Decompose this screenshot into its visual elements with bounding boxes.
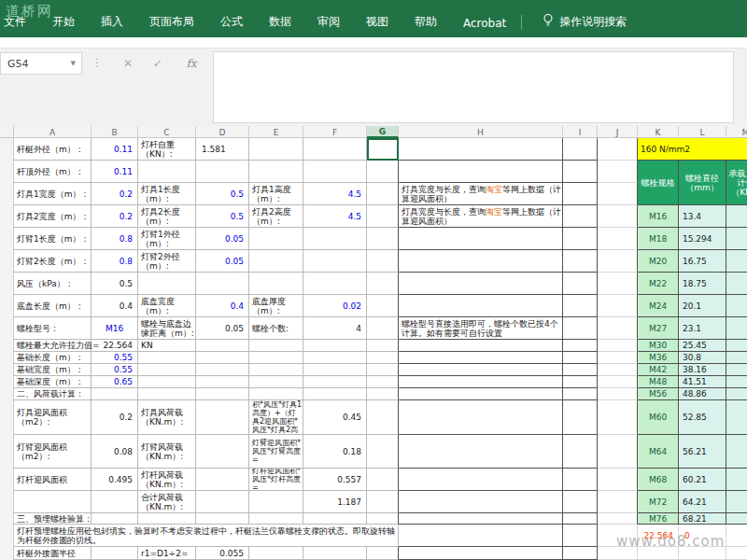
- cell-J13[interactable]: [598, 376, 638, 388]
- cell-I6[interactable]: [563, 250, 598, 273]
- cell-D7[interactable]: [196, 273, 249, 295]
- cell-D21[interactable]: 0.055: [196, 547, 249, 560]
- cell-K10[interactable]: M30: [638, 340, 679, 352]
- cell-K13[interactable]: M48: [638, 376, 679, 388]
- cell-E16[interactable]: 灯臂迎风面积*风压*灯臂高度=: [249, 435, 303, 469]
- cell-D4[interactable]: 0.5: [196, 205, 249, 228]
- cell-G5[interactable]: [367, 228, 399, 250]
- cell-I11[interactable]: [563, 352, 598, 364]
- cell-L16[interactable]: 56.21: [679, 435, 726, 469]
- cell-M18[interactable]: [726, 491, 747, 513]
- column-header-M[interactable]: M: [726, 126, 747, 138]
- cell-E4[interactable]: 灯具2高度（m）:: [249, 205, 303, 228]
- cell-K8[interactable]: M24: [638, 295, 679, 317]
- cell-H15[interactable]: [399, 400, 563, 435]
- cell-M4[interactable]: [726, 205, 747, 228]
- cell-M21[interactable]: [726, 547, 747, 560]
- cell-C3[interactable]: 灯具1长度（m）:: [138, 183, 196, 205]
- column-header-H[interactable]: H: [399, 126, 563, 138]
- cell-F8[interactable]: 0.02: [303, 295, 367, 317]
- cell-F5[interactable]: [303, 228, 367, 250]
- cell-L11[interactable]: 30.8: [679, 352, 726, 364]
- cell-A19[interactable]: 三、预埋螺栓验算：: [14, 513, 92, 525]
- cell-H12[interactable]: [399, 364, 563, 376]
- cell-A5[interactable]: 灯臂1长度（m）：: [14, 228, 92, 250]
- cell-D5[interactable]: 0.05: [196, 228, 249, 250]
- cell-H6[interactable]: [399, 250, 563, 273]
- cell-G1[interactable]: [367, 138, 399, 161]
- cell-F15[interactable]: 0.45: [303, 400, 367, 435]
- cell-F4[interactable]: 4.5: [303, 205, 367, 228]
- cell-I17[interactable]: [563, 469, 598, 491]
- cell-A8[interactable]: 底盘长度（m）：: [14, 295, 92, 317]
- cell-K2[interactable]: 螺栓规格: [638, 161, 679, 205]
- cell-J21[interactable]: [598, 547, 638, 560]
- cell-M13[interactable]: [726, 376, 747, 388]
- ribbon-tab-5[interactable]: 数据: [256, 14, 304, 30]
- cell-G10[interactable]: [367, 340, 399, 352]
- cell-K18[interactable]: M72: [638, 491, 679, 513]
- formula-bar-input[interactable]: [213, 51, 734, 123]
- cell-E12[interactable]: [249, 364, 303, 376]
- cell-A7[interactable]: 风压（kPa）：: [14, 273, 92, 295]
- column-header-I[interactable]: I: [563, 126, 598, 138]
- cell-A13[interactable]: 基础深度（m）：: [14, 376, 92, 388]
- cell-B13[interactable]: 0.65: [92, 376, 138, 388]
- cell-B17[interactable]: 0.495: [92, 469, 138, 491]
- cell-H8[interactable]: [399, 295, 563, 317]
- cell-M11[interactable]: [726, 352, 747, 364]
- cell-J16[interactable]: [598, 435, 638, 469]
- cell-C15[interactable]: 灯具风荷载（KN.m）:: [138, 400, 196, 435]
- cell-L17[interactable]: 60.21: [679, 469, 726, 491]
- cell-F17[interactable]: 0.557: [303, 469, 367, 491]
- cell-G12[interactable]: [367, 364, 399, 376]
- cell-B7[interactable]: 0.5: [92, 273, 138, 295]
- cell-L4[interactable]: 13.4: [679, 205, 726, 228]
- cell-I7[interactable]: [563, 273, 598, 295]
- column-header-J[interactable]: J: [598, 126, 638, 138]
- cell-A21[interactable]: 杆梃外接圆半径: [14, 547, 92, 560]
- cell-D8[interactable]: 0.4: [196, 295, 249, 317]
- cell-C17[interactable]: 灯杆风荷载（KN.m）:: [138, 469, 196, 491]
- cell-K21[interactable]: [638, 547, 679, 560]
- cell-J5[interactable]: [598, 228, 638, 250]
- cell-A2[interactable]: 杆顶外径（m）：: [14, 161, 92, 183]
- cell-B5[interactable]: 0.8: [92, 228, 138, 250]
- ribbon-tab-0[interactable]: 文件: [0, 14, 39, 30]
- cell-A11[interactable]: 基础长度（m）：: [14, 352, 92, 364]
- cell-I2[interactable]: [563, 161, 598, 183]
- ribbon-tab-7[interactable]: 视图: [353, 14, 402, 30]
- cell-F10[interactable]: [303, 340, 367, 352]
- cell-E6[interactable]: [249, 250, 303, 273]
- cancel-icon[interactable]: ✕: [116, 52, 140, 75]
- cell-H11[interactable]: [399, 352, 563, 364]
- cell-I3[interactable]: [563, 183, 598, 205]
- cell-G7[interactable]: [367, 273, 399, 295]
- cell-C16[interactable]: 灯臂风荷载（KN.m）:: [138, 435, 196, 469]
- cell-H4[interactable]: 灯具宽度与长度，查询淘宝等网上数据（计算迎风面积）: [399, 205, 563, 228]
- cell-B18[interactable]: [92, 491, 138, 513]
- cell-M9[interactable]: [726, 317, 747, 340]
- cell-K9[interactable]: M27: [638, 317, 679, 340]
- cell-A9[interactable]: 螺栓型号：: [14, 317, 92, 340]
- cell-C7[interactable]: [138, 273, 196, 295]
- cell-E8[interactable]: 底盘厚度（m）:: [249, 295, 303, 317]
- cell-H20[interactable]: [399, 525, 563, 547]
- cell-B3[interactable]: 0.2: [92, 183, 138, 205]
- cell-E1[interactable]: [249, 138, 303, 161]
- cell-C14[interactable]: [138, 388, 196, 400]
- cell-K15[interactable]: M60: [638, 400, 679, 435]
- cell-E14[interactable]: [249, 388, 303, 400]
- cell-F2[interactable]: [303, 161, 367, 183]
- cell-E7[interactable]: [249, 273, 303, 295]
- cell-J17[interactable]: [598, 469, 638, 491]
- cell-F18[interactable]: 1.187: [303, 491, 367, 513]
- cell-M17[interactable]: [726, 469, 747, 491]
- cell-M2[interactable]: 承载力设计值（KN）: [726, 161, 747, 205]
- cell-J12[interactable]: [598, 364, 638, 376]
- column-header-D[interactable]: D: [196, 126, 249, 138]
- cell-I14[interactable]: [563, 388, 598, 400]
- cell-D13[interactable]: [196, 376, 249, 388]
- cell-J18[interactable]: [598, 491, 638, 513]
- select-all-corner[interactable]: [0, 126, 14, 138]
